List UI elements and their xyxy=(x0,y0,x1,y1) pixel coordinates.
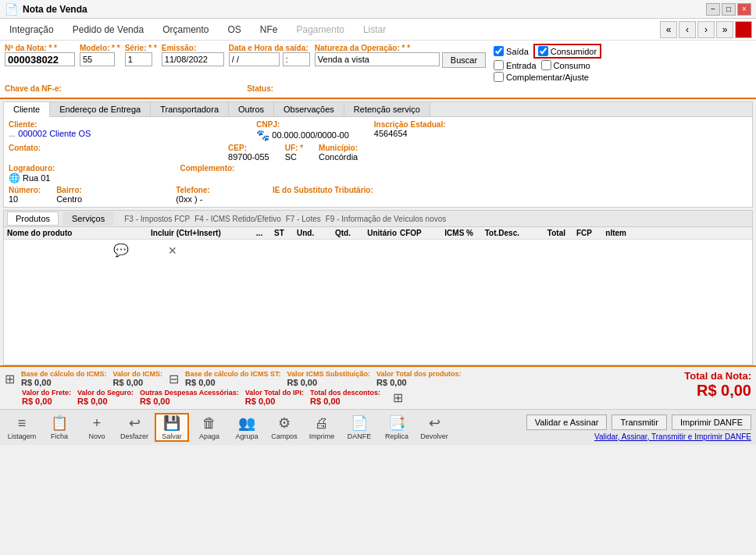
buscar-button[interactable]: Buscar xyxy=(442,52,486,68)
toolbar-right: Validar e Assinar Transmitir Imprimir DA… xyxy=(526,414,751,441)
base-calc-icms-st-value: R$ 0,00 xyxy=(185,378,281,387)
valor-total-ipi-value: R$ 0,00 xyxy=(245,397,304,406)
tab-cliente[interactable]: Cliente xyxy=(4,102,50,117)
tool-campos-label: Campos xyxy=(271,432,298,440)
tool-campos[interactable]: ⚙ Campos xyxy=(267,414,301,440)
uf-field: UF: * SC xyxy=(285,144,303,162)
logradouro-value: Rua 01 xyxy=(23,173,50,183)
grand-total-value: R$ 0,00 xyxy=(684,382,751,400)
consumidor-checkbox[interactable] xyxy=(538,46,548,56)
close-button[interactable]: × xyxy=(737,3,751,16)
outras-despesas-label: Outras Despesas Acessórias: xyxy=(140,389,239,397)
shortcut-f9: F9 - Informação de Veículos novos xyxy=(326,215,447,223)
nav-red[interactable] xyxy=(735,21,752,38)
products-empty-row: 💬 ✕ xyxy=(4,240,752,261)
valor-icms-value: R$ 0,00 xyxy=(113,378,163,387)
tool-salvar[interactable]: 💾 Salvar xyxy=(155,413,189,442)
tab-observacoes[interactable]: Observações xyxy=(274,102,344,116)
tool-salvar-label: Salvar xyxy=(162,432,182,440)
tool-replica[interactable]: 📑 Replica xyxy=(380,414,414,440)
valor-frete-label: Valor do Frete: xyxy=(22,389,71,397)
tool-agrupa[interactable]: 👥 Agrupa xyxy=(230,414,264,440)
logradouro-label: Logradouro: xyxy=(9,164,55,173)
tool-apaga[interactable]: 🗑 Apaga xyxy=(192,415,226,440)
base-calc-icms-value: R$ 0,00 xyxy=(21,378,107,387)
valor-total-produtos-label: Valor Total dos produtos: xyxy=(376,370,461,378)
tool-desfazer[interactable]: ↩ Desfazer xyxy=(117,414,152,440)
totals-row2: Valor do Frete: R$ 0,00 Valor do Seguro:… xyxy=(5,389,461,406)
nav-next[interactable]: › xyxy=(697,21,715,38)
tool-ficha[interactable]: 📋 Ficha xyxy=(42,414,77,440)
grand-total-label: Total da Nota: xyxy=(684,370,751,382)
serie-input[interactable] xyxy=(125,52,152,66)
menu-pedido-venda[interactable]: Pedido de Venda xyxy=(63,22,153,37)
delete-icon[interactable]: ✕ xyxy=(168,244,177,257)
tool-listagem[interactable]: ≡ Listagem xyxy=(5,415,39,440)
icms-icon: ⊞ xyxy=(5,372,15,386)
base-calc-icms-label: Base de cálculo do ICMS: xyxy=(21,370,107,378)
validar-assinar-btn[interactable]: Validar e Assinar xyxy=(526,414,608,430)
entrada-label: Entrada xyxy=(506,61,537,70)
shortcut-f4: F4 - ICMS Retido/Efetivo xyxy=(194,215,281,223)
cliente-value[interactable]: 000002 Cliente OS xyxy=(18,129,91,138)
campos-icon: ⚙ xyxy=(278,414,291,432)
ptab-servicos[interactable]: Serviços xyxy=(63,212,113,226)
tool-danfe[interactable]: 📄 DANFE xyxy=(342,414,376,440)
totals-left: ⊞ Base de cálculo do ICMS: R$ 0,00 Valor… xyxy=(5,370,461,406)
tool-novo[interactable]: + Novo xyxy=(80,415,114,440)
cliente-dots: ... xyxy=(9,130,15,138)
telefone-value: (0xx ) - xyxy=(176,194,210,204)
devolver-icon: ↩ xyxy=(429,414,440,432)
consumo-checkbox[interactable] xyxy=(541,60,551,70)
telefone-field: Telefone: (0xx ) - xyxy=(176,186,210,204)
tool-devolver[interactable]: ↩ Devolver xyxy=(417,414,451,440)
cep-label: CEP: xyxy=(228,144,269,152)
app-icon: 📄 xyxy=(5,3,18,16)
tab-transportadora[interactable]: Transportadora xyxy=(151,102,229,116)
valor-icms-label: Valor do ICMS: xyxy=(113,370,163,378)
danfe-icon: 📄 xyxy=(351,414,368,432)
menu-os[interactable]: OS xyxy=(219,22,251,37)
ptab-produtos[interactable]: Produtos xyxy=(7,212,59,226)
valor-icms-subst-value: R$ 0,00 xyxy=(287,378,371,387)
emissao-input[interactable] xyxy=(162,52,224,66)
saida-checkbox[interactable] xyxy=(494,46,504,56)
total-descontos-label: Total dos descontos: xyxy=(310,389,380,397)
shortcut-f3: F3 - Impostos FCP xyxy=(124,215,190,223)
menu-orcamento[interactable]: Orçamento xyxy=(153,22,218,37)
entrada-checkbox[interactable] xyxy=(494,60,504,70)
nota-input[interactable] xyxy=(5,52,75,66)
replica-icon: 📑 xyxy=(388,414,405,432)
natureza-input[interactable] xyxy=(315,52,440,66)
municipio-value: Concórdia xyxy=(319,152,358,162)
modelo-input[interactable] xyxy=(80,52,115,66)
consumo-checkbox-row: Consumo xyxy=(541,60,590,70)
tab-endereco[interactable]: Endereço de Entrega xyxy=(50,102,151,116)
valor-frete: Valor do Frete: R$ 0,00 xyxy=(22,389,71,406)
tool-novo-label: Novo xyxy=(88,432,105,440)
transmitir-btn[interactable]: Transmitir xyxy=(612,414,666,430)
menu-nfe[interactable]: NFe xyxy=(251,22,287,37)
nav-first[interactable]: « xyxy=(660,21,677,38)
maximize-button[interactable]: □ xyxy=(722,3,736,16)
menu-integracao[interactable]: Integração xyxy=(0,22,63,37)
datasaida-time-input[interactable] xyxy=(283,52,310,66)
tool-imprime[interactable]: 🖨 Imprime xyxy=(305,415,339,440)
modelo-label: Modelo: * xyxy=(80,44,120,52)
valor-seguro: Valor do Seguro: R$ 0,00 xyxy=(77,389,134,406)
nav-prev[interactable]: ‹ xyxy=(679,21,696,38)
col-incluir[interactable]: Incluir (Ctrl+Insert) xyxy=(151,229,244,237)
nav-last[interactable]: » xyxy=(716,21,733,38)
tab-outros[interactable]: Outros xyxy=(229,102,274,116)
datasaida-date-input[interactable] xyxy=(229,52,280,66)
valor-icms: Valor do ICMS: R$ 0,00 xyxy=(113,370,163,387)
produtos-section: Produtos Serviços F3 - Impostos FCP F4 -… xyxy=(3,210,753,365)
complementar-checkbox[interactable] xyxy=(494,72,504,82)
municipio-field: Município: Concórdia xyxy=(319,144,358,162)
validar-assinar-transmitir-link[interactable]: Validar, Assinar, Transmitir e Imprimir … xyxy=(594,432,751,441)
imprimir-danfe-btn[interactable]: Imprimir DANFE xyxy=(672,414,751,430)
client-tabs: Cliente Endereço de Entrega Transportado… xyxy=(3,101,753,208)
minimize-button[interactable]: − xyxy=(706,3,720,16)
tab-retencao[interactable]: Retenção serviço xyxy=(344,102,430,116)
ie-subst-field: IE do Substituto Tributário: xyxy=(273,186,373,204)
